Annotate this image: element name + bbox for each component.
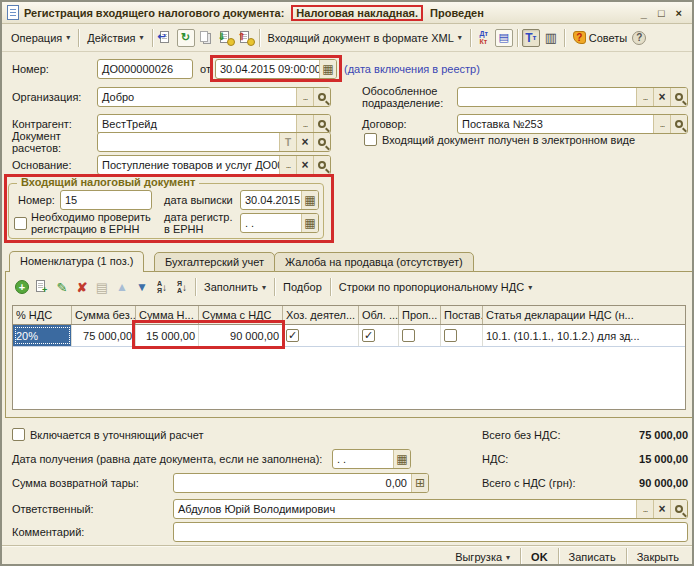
tips-icon: ? [573, 31, 586, 44]
choose-button[interactable]: ... [636, 88, 653, 106]
proportional-vat-button[interactable]: Строки по пропорциональному НДС ▾ [334, 278, 537, 296]
open-button[interactable] [670, 115, 687, 133]
choose-button[interactable]: ... [296, 88, 313, 106]
cell-declaration[interactable]: 10.1. (10.1.1., 10.1.2.) для зд... [483, 325, 685, 346]
open-button[interactable] [313, 88, 330, 106]
counterparty-value: ВестТрейд [98, 115, 296, 133]
tab-complaint[interactable]: Жалоба на продавца (отсутствует) [274, 252, 474, 272]
tab-accounting[interactable]: Бухгалтерский учет [154, 252, 275, 272]
dtkt-postings-button[interactable]: Дт Кт [475, 29, 493, 47]
add-row-button[interactable]: + [13, 278, 31, 296]
comment-label: Комментарий: [12, 526, 84, 538]
post-document-button[interactable]: ⇓ [217, 29, 235, 47]
cell-vat-percent[interactable]: 20% [13, 325, 72, 346]
clear-button[interactable]: × [653, 500, 670, 518]
edit-row-button[interactable]: ✎ [53, 278, 71, 296]
delete-row-button[interactable]: ✘ [73, 278, 91, 296]
sort-descending-button[interactable]: ЯА ↓ [173, 278, 191, 296]
calendar-button[interactable]: ▦ [393, 450, 410, 468]
tips-button[interactable]: ? Советы [568, 28, 632, 47]
move-down-button[interactable]: ▼ [133, 278, 151, 296]
clear-button[interactable]: × [296, 133, 313, 151]
minimize-button[interactable]: _ [641, 7, 647, 19]
comment-field[interactable] [173, 522, 688, 542]
check-ernn-checkbox[interactable] [14, 217, 27, 230]
choose-button[interactable]: ... [279, 156, 296, 174]
reread-document-button[interactable]: ↩ [157, 29, 175, 47]
calendar-button[interactable]: ▦ [301, 214, 318, 232]
list-settings-button[interactable]: ▥ [542, 29, 560, 47]
chevron-down-icon: ▾ [506, 553, 510, 562]
main-toolbar: Операция ▾ Действия ▾ ↩ ↻ ⇓ ⇑ [2, 24, 692, 52]
subdivision-field[interactable]: ... × [457, 87, 688, 107]
include-clarifying-checkbox[interactable] [12, 428, 25, 441]
tax-number-field[interactable]: 15 [60, 190, 152, 210]
window-title-highlight: Налоговая накладная. [291, 5, 423, 21]
open-button[interactable] [670, 500, 687, 518]
counterparty-field[interactable]: ВестТрейд ... [97, 114, 331, 134]
fill-button[interactable]: Заполнить ▾ [199, 278, 271, 296]
type-button[interactable]: Т [279, 133, 296, 151]
settlement-doc-field[interactable]: Т × [97, 132, 331, 152]
post-arrow-icon: ⇓ [218, 32, 226, 42]
unpost-document-button[interactable]: ⇑ [237, 29, 255, 47]
copy-document-button[interactable] [197, 29, 215, 47]
pick-label: Подбор [283, 281, 322, 293]
basis-field[interactable]: Поступление товаров и услуг ДО00 ... × [97, 155, 331, 175]
pick-button[interactable]: Подбор [278, 278, 327, 296]
maximize-button[interactable]: □ [658, 7, 665, 19]
issue-date-field[interactable]: 30.04.2015 ▦ [240, 190, 319, 210]
move-up-button[interactable]: ▲ [113, 278, 131, 296]
chevron-down-icon: ▾ [262, 283, 266, 292]
calendar-button[interactable]: ▦ [301, 191, 318, 209]
refresh-button[interactable]: ↻ [177, 29, 195, 47]
open-button[interactable] [670, 88, 687, 106]
xml-document-button[interactable]: Входящий документ в формате XML ▾ [263, 29, 467, 47]
electronic-document-checkbox[interactable] [364, 133, 377, 146]
save-button[interactable]: Записать [562, 549, 623, 565]
calculator-button[interactable]: ⊞ [411, 474, 428, 492]
cell-prop-checkbox[interactable] [399, 325, 441, 346]
contract-field[interactable]: Поставка №253 ... [457, 114, 688, 134]
choose-button[interactable]: ... [636, 500, 653, 518]
sort-ascending-button[interactable]: АЯ ↓ [153, 278, 171, 296]
organization-field[interactable]: Добро ... [97, 87, 331, 107]
responsible-field[interactable]: Абдулов Юрій Володимирович ... × [173, 499, 688, 519]
clear-button[interactable]: × [653, 88, 670, 106]
end-edit-button[interactable]: ▤ [93, 278, 111, 296]
structure-subordination-button[interactable]: Тт [522, 29, 540, 47]
cell-sum-base[interactable]: 75 000,00 [72, 325, 136, 346]
cell-hoz-checkbox[interactable]: ✓ [283, 325, 359, 346]
sort-ascending-icon: АЯ ↓ [157, 280, 167, 295]
checked-checkbox: ✓ [286, 329, 299, 342]
ernn-reg-date-field[interactable]: . . ▦ [240, 213, 319, 233]
operation-menu-button[interactable]: Операция ▾ [6, 29, 75, 47]
choose-button[interactable]: ... [296, 115, 313, 133]
close-window-button[interactable]: Закрыть [630, 549, 686, 565]
calendar-button[interactable]: ▦ [319, 60, 336, 78]
document-date-field[interactable]: 30.04.2015 09:00:00 ▦ [215, 59, 337, 79]
tare-sum-field[interactable]: 0,00 ⊞ [173, 473, 429, 493]
copy-row-button[interactable]: + [33, 278, 51, 296]
document-number-field[interactable]: ДО000000026 [97, 59, 193, 79]
export-button[interactable]: Выгрузка ▾ [448, 549, 517, 565]
receive-date-field[interactable]: . . ▦ [332, 449, 411, 469]
cell-sum-vat[interactable]: 15 000,00 [136, 325, 199, 346]
open-button[interactable] [313, 115, 330, 133]
cell-postav-checkbox[interactable] [441, 325, 483, 346]
arrow-down-icon: ▼ [136, 280, 148, 294]
actions-menu-button[interactable]: Действия ▾ [82, 29, 148, 47]
report-button[interactable]: ▤ [495, 29, 513, 47]
settlement-doc-label-line2: расчетов: [12, 142, 61, 154]
help-button[interactable]: ? [632, 31, 646, 45]
tab-nomenclature[interactable]: Номенклатура (1 поз.) [9, 251, 144, 272]
cell-sum-total[interactable]: 90 000,00 [199, 325, 283, 346]
ok-button[interactable]: OK [524, 549, 555, 565]
open-button[interactable] [313, 156, 330, 174]
electronic-document-label: Входящий документ получен в электронном … [382, 134, 635, 146]
close-button[interactable]: × [676, 7, 682, 19]
clear-button[interactable]: × [296, 156, 313, 174]
open-button[interactable] [313, 133, 330, 151]
cell-obl-checkbox[interactable]: ✓ [359, 325, 399, 346]
choose-button[interactable]: ... [653, 115, 670, 133]
